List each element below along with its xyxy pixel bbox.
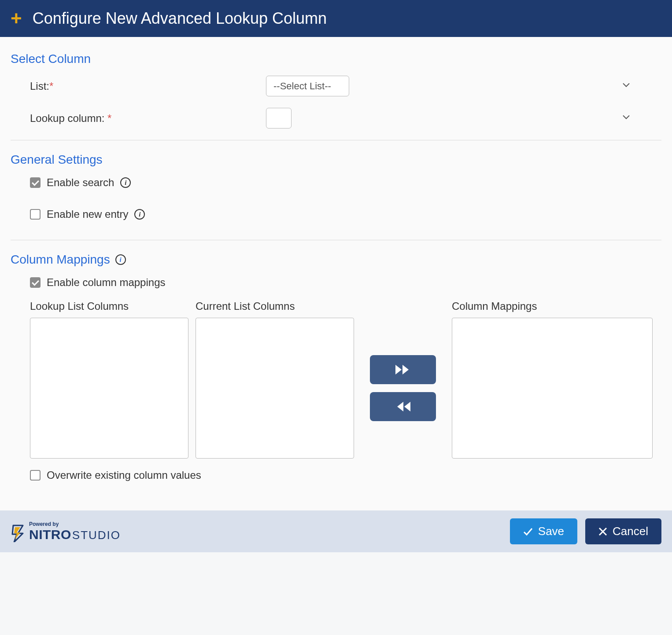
info-icon[interactable]: i [120, 177, 131, 188]
plus-icon: + [11, 9, 22, 28]
enable-search-checkbox[interactable] [30, 177, 41, 188]
dialog-title: Configure New Advanced Lookup Column [33, 9, 327, 28]
current-list-columns-label: Current List Columns [196, 300, 354, 312]
section-select-column-title: Select Column [11, 52, 661, 66]
brand-text: NITRO [29, 527, 71, 542]
current-list-columns-block: Current List Columns [196, 300, 354, 459]
required-marker: * [49, 80, 53, 92]
enable-column-mappings-checkbox[interactable] [30, 277, 41, 288]
field-lookup-label: Lookup column: * [11, 112, 266, 125]
enable-search-row: Enable search i [11, 176, 661, 189]
dialog-header: + Configure New Advanced Lookup Column [0, 0, 672, 37]
chevron-down-icon [623, 81, 630, 91]
column-mappings-label: Column Mappings [452, 300, 653, 312]
logo-text: Powered by NITRO STUDIO [29, 521, 121, 542]
studio-text: STUDIO [72, 529, 121, 542]
section-column-mappings-title: Column Mappings i [11, 253, 661, 267]
overwrite-row: Overwrite existing column values [11, 469, 661, 481]
enable-column-mappings-row: Enable column mappings [11, 276, 661, 289]
nitro-bolt-icon [11, 525, 26, 542]
lookup-list-columns-block: Lookup List Columns [30, 300, 188, 459]
check-icon [523, 527, 533, 536]
remove-mapping-button[interactable] [370, 392, 436, 421]
enable-column-mappings-label: Enable column mappings [47, 276, 166, 289]
dialog: + Configure New Advanced Lookup Column S… [0, 0, 672, 552]
dialog-body: Select Column List:* --Select List-- Loo… [0, 37, 672, 510]
info-icon[interactable]: i [134, 209, 145, 220]
required-marker: * [107, 112, 111, 124]
footer-buttons: Save Cancel [510, 518, 661, 544]
add-mapping-button[interactable] [370, 355, 436, 384]
info-icon[interactable]: i [115, 254, 126, 265]
enable-search-label: Enable search [47, 176, 114, 189]
dialog-footer: Powered by NITRO STUDIO Save Cancel [0, 510, 672, 552]
field-list-label: List:* [11, 80, 266, 92]
chevron-down-icon [623, 114, 630, 123]
overwrite-label: Overwrite existing column values [47, 469, 201, 481]
divider [11, 140, 661, 140]
section-general-settings-title: General Settings [11, 153, 661, 167]
column-mappings-block: Column Mappings [452, 300, 653, 459]
lookup-select-wrap [266, 108, 636, 128]
lookup-list-columns-listbox[interactable] [30, 318, 188, 459]
enable-new-entry-label: Enable new entry [47, 208, 128, 220]
section-column-mappings-title-text: Column Mappings [11, 253, 110, 267]
divider [11, 240, 661, 240]
nitro-studio-logo: Powered by NITRO STUDIO [11, 521, 121, 542]
field-list-row: List:* --Select List-- [11, 76, 661, 96]
column-mappings-listbox[interactable] [452, 318, 653, 459]
rewind-icon [395, 402, 410, 411]
mapping-arrows [361, 318, 445, 459]
enable-new-entry-row: Enable new entry i [11, 208, 661, 220]
save-button-label: Save [538, 525, 564, 538]
enable-new-entry-checkbox[interactable] [30, 209, 41, 220]
overwrite-checkbox[interactable] [30, 470, 41, 481]
cancel-button-label: Cancel [613, 525, 648, 538]
lookup-column-select[interactable] [266, 108, 292, 128]
lookup-list-columns-label: Lookup List Columns [30, 300, 188, 312]
current-list-columns-listbox[interactable] [196, 318, 354, 459]
field-lookup-row: Lookup column: * [11, 108, 661, 128]
column-mappings-grid: Lookup List Columns Current List Columns… [11, 300, 661, 459]
close-icon [598, 527, 607, 536]
field-list-label-text: List: [30, 80, 49, 92]
list-select-wrap: --Select List-- [266, 76, 636, 96]
fast-forward-icon [395, 365, 410, 374]
cancel-button[interactable]: Cancel [585, 518, 661, 544]
field-lookup-label-text: Lookup column: [30, 112, 107, 124]
list-select[interactable]: --Select List-- [266, 76, 349, 96]
save-button[interactable]: Save [510, 518, 577, 544]
powered-by-text: Powered by [29, 521, 121, 527]
